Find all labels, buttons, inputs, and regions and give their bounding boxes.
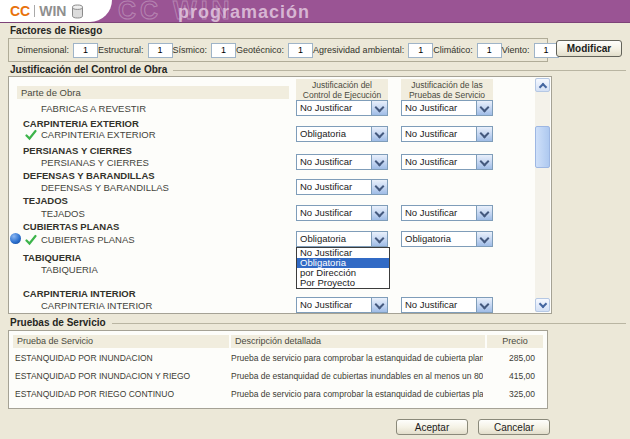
chevron-down-icon <box>371 180 387 194</box>
work-part-label: DEFENSAS Y BARANDILLAS <box>41 182 169 193</box>
exec-justification-dropdown-list: No JustificarObligatoriapor DirecciónPor… <box>296 247 390 289</box>
check-icon <box>25 232 37 244</box>
exec-justification-select[interactable]: No Justificar <box>296 297 388 313</box>
check-icon <box>25 127 37 139</box>
test-name: ESTANQUIDAD POR INUNDACION <box>15 353 153 363</box>
service-justification-select[interactable]: No Justificar <box>401 100 493 116</box>
service-tests-panel: Prueba de Servicio Descripción detallada… <box>8 330 548 409</box>
test-price: 415,00 <box>509 371 535 381</box>
work-part-label: CARPINTERIA INTERIOR <box>41 300 152 311</box>
logo-cc-text: CC <box>10 3 30 19</box>
risk-factor-input[interactable] <box>408 43 433 58</box>
service-justification-select[interactable]: Obligatoria <box>401 231 493 247</box>
work-part-label: FABRICAS A REVESTIR <box>41 103 146 114</box>
exec-justification-select[interactable]: No Justificar <box>296 100 388 116</box>
test-name: ESTANQUIDAD POR INUNDACION Y RIEGO <box>15 371 190 381</box>
column-header-service-justification: Justificación de las Pruebas de Servicio <box>401 79 493 100</box>
risk-factor-label: Dimensional: <box>17 45 69 55</box>
select-value: No Justificar <box>297 180 371 194</box>
modify-button[interactable]: Modificar <box>556 40 622 57</box>
risk-factor-field: Geotécnico: <box>236 43 313 58</box>
chevron-down-icon <box>476 127 492 141</box>
chevron-down-icon <box>476 298 492 312</box>
service-tests-section-title: Pruebas de Servicio <box>10 317 626 328</box>
chevron-down-icon <box>371 232 387 246</box>
logo-win-text: WIN <box>39 3 66 19</box>
service-test-row[interactable]: ESTANQUIDAD POR INUNDACION Y RIEGOPrueba… <box>9 371 545 383</box>
work-part-item-row[interactable]: FABRICAS A REVESTIRNo JustificarNo Justi… <box>9 100 535 116</box>
risk-factor-label: Climático: <box>433 45 473 55</box>
chevron-down-icon <box>538 300 546 308</box>
justification-section-title: Justificación del Control de Obra <box>10 64 626 75</box>
test-price: 325,00 <box>509 389 535 399</box>
chevron-down-icon <box>476 232 492 246</box>
work-part-label: CARPINTERIA EXTERIOR <box>41 129 156 140</box>
scroll-down-button[interactable] <box>535 298 550 312</box>
dropdown-option[interactable]: Por Proyecto <box>297 278 389 288</box>
risk-factor-input[interactable] <box>534 43 559 58</box>
risk-factor-field: Dimensional: <box>17 43 98 58</box>
work-part-label: TABIQUERIA <box>41 264 98 275</box>
test-description: Prueba de servicio para comprobar la est… <box>231 353 483 363</box>
ccwin-window: CC WIN programación CC WIN Factores de R… <box>0 0 630 439</box>
work-part-item-row[interactable]: CARPINTERIA INTERIORNo JustificarNo Just… <box>9 297 535 313</box>
select-value: No Justificar <box>402 127 476 141</box>
column-header-description: Descripción detallada <box>231 335 485 348</box>
service-test-row[interactable]: ESTANQUIDAD POR INUNDACIONPrueba de serv… <box>9 353 545 365</box>
risk-factor-input[interactable] <box>148 43 173 58</box>
work-part-label: TEJADOS <box>41 208 85 219</box>
service-justification-select[interactable]: No Justificar <box>401 126 493 142</box>
accept-button[interactable]: Aceptar <box>396 419 468 435</box>
chevron-down-icon <box>371 155 387 169</box>
column-header-price: Precio <box>487 335 543 348</box>
app-header: CC WIN programación CC WIN <box>0 0 630 23</box>
logo-divider <box>34 5 35 17</box>
risk-factor-field: Agresividad ambiental: <box>313 43 433 58</box>
risk-factor-label: Estructural: <box>98 45 144 55</box>
work-part-item-row[interactable]: CUBIERTAS PLANASObligatoriaObligatoria <box>9 231 535 247</box>
scroll-up-button[interactable] <box>535 78 550 92</box>
section-rule <box>173 70 626 71</box>
exec-justification-select[interactable]: Obligatoria <box>296 231 388 247</box>
risk-factor-label: Viento: <box>502 45 530 55</box>
scrollbar-thumb[interactable] <box>535 126 550 168</box>
work-part-label: CUBIERTAS PLANAS <box>41 234 135 245</box>
test-description: Prueba de servicio para comprobar la est… <box>231 389 483 399</box>
select-value: No Justificar <box>402 101 476 115</box>
select-value: No Justificar <box>297 155 371 169</box>
service-test-row[interactable]: ESTANQUIDAD POR RIEGO CONTINUOPrueba de … <box>9 389 545 401</box>
chevron-down-icon <box>371 127 387 141</box>
section-rule <box>112 323 626 324</box>
risk-factor-field: Climático: <box>433 43 502 58</box>
chevron-down-icon <box>476 206 492 220</box>
risk-factor-input[interactable] <box>288 43 313 58</box>
risk-factor-label: Agresividad ambiental: <box>313 45 404 55</box>
test-price: 285,00 <box>509 353 535 363</box>
select-value: No Justificar <box>297 206 371 220</box>
risk-factor-input[interactable] <box>73 43 98 58</box>
chevron-down-icon <box>371 101 387 115</box>
justification-panel: Parte de Obra Justificación del Control … <box>8 76 552 314</box>
risk-factors-box: Dimensional:Estructural:Sísmico:Geotécni… <box>8 38 548 62</box>
column-header-test-name: Prueba de Servicio <box>13 335 229 348</box>
app-logo: CC WIN <box>0 0 112 22</box>
chevron-down-icon <box>371 206 387 220</box>
watermark-module-text: programación <box>178 2 310 23</box>
work-part-item-row[interactable]: CARPINTERIA EXTERIORObligatoriaNo Justif… <box>9 126 535 142</box>
risk-factor-input[interactable] <box>211 43 236 58</box>
select-value: No Justificar <box>402 206 476 220</box>
chevron-up-icon <box>538 82 546 90</box>
risk-factor-field: Viento: <box>502 43 559 58</box>
risk-factor-input[interactable] <box>477 43 502 58</box>
select-value: No Justificar <box>297 101 371 115</box>
cancel-button[interactable]: Cancelar <box>478 419 550 435</box>
work-part-label: PERSIANAS Y CIERRES <box>41 157 149 168</box>
vertical-scrollbar[interactable] <box>535 78 550 312</box>
work-part-item-row[interactable]: TABIQUERIA <box>9 261 535 277</box>
service-justification-select[interactable]: No Justificar <box>401 297 493 313</box>
database-icon <box>71 4 84 19</box>
select-value: No Justificar <box>402 298 476 312</box>
exec-justification-select[interactable]: Obligatoria <box>296 126 388 142</box>
select-value: No Justificar <box>402 155 476 169</box>
risk-factor-field: Estructural: <box>98 43 173 58</box>
